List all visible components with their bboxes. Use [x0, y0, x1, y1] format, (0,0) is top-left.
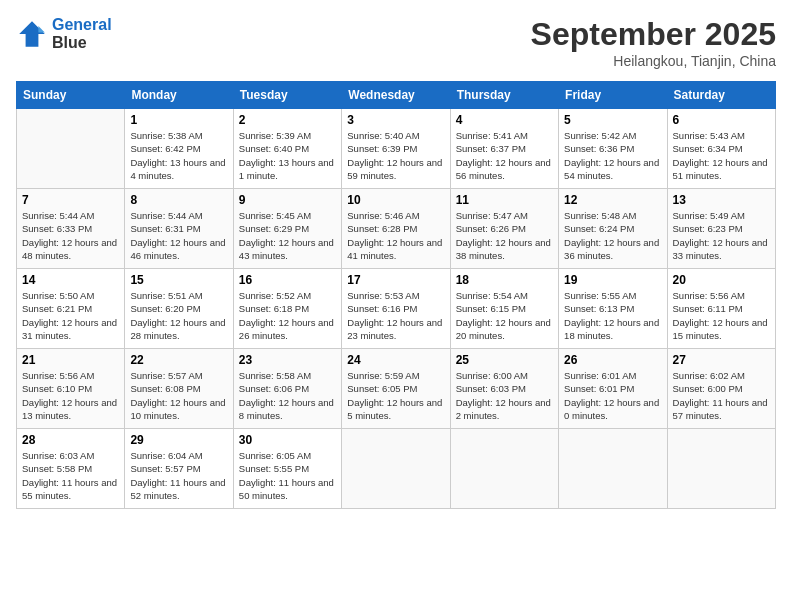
calendar-cell: 16Sunrise: 5:52 AMSunset: 6:18 PMDayligh…	[233, 269, 341, 349]
day-info: Sunrise: 5:54 AMSunset: 6:15 PMDaylight:…	[456, 289, 553, 342]
week-row-1: 1Sunrise: 5:38 AMSunset: 6:42 PMDaylight…	[17, 109, 776, 189]
day-info: Sunrise: 5:38 AMSunset: 6:42 PMDaylight:…	[130, 129, 227, 182]
weekday-friday: Friday	[559, 82, 667, 109]
day-info: Sunrise: 5:46 AMSunset: 6:28 PMDaylight:…	[347, 209, 444, 262]
day-number: 15	[130, 273, 227, 287]
calendar-cell: 22Sunrise: 5:57 AMSunset: 6:08 PMDayligh…	[125, 349, 233, 429]
day-info: Sunrise: 5:50 AMSunset: 6:21 PMDaylight:…	[22, 289, 119, 342]
calendar-cell: 25Sunrise: 6:00 AMSunset: 6:03 PMDayligh…	[450, 349, 558, 429]
day-number: 30	[239, 433, 336, 447]
week-row-2: 7Sunrise: 5:44 AMSunset: 6:33 PMDaylight…	[17, 189, 776, 269]
day-number: 8	[130, 193, 227, 207]
day-number: 7	[22, 193, 119, 207]
calendar-cell	[17, 109, 125, 189]
day-info: Sunrise: 6:04 AMSunset: 5:57 PMDaylight:…	[130, 449, 227, 502]
day-info: Sunrise: 5:44 AMSunset: 6:31 PMDaylight:…	[130, 209, 227, 262]
day-info: Sunrise: 5:56 AMSunset: 6:11 PMDaylight:…	[673, 289, 770, 342]
day-number: 17	[347, 273, 444, 287]
day-number: 24	[347, 353, 444, 367]
day-info: Sunrise: 6:02 AMSunset: 6:00 PMDaylight:…	[673, 369, 770, 422]
calendar-table: SundayMondayTuesdayWednesdayThursdayFrid…	[16, 81, 776, 509]
day-number: 18	[456, 273, 553, 287]
day-number: 16	[239, 273, 336, 287]
calendar-cell: 23Sunrise: 5:58 AMSunset: 6:06 PMDayligh…	[233, 349, 341, 429]
day-info: Sunrise: 5:42 AMSunset: 6:36 PMDaylight:…	[564, 129, 661, 182]
week-row-3: 14Sunrise: 5:50 AMSunset: 6:21 PMDayligh…	[17, 269, 776, 349]
day-number: 11	[456, 193, 553, 207]
calendar-cell: 4Sunrise: 5:41 AMSunset: 6:37 PMDaylight…	[450, 109, 558, 189]
svg-marker-1	[38, 26, 44, 32]
weekday-wednesday: Wednesday	[342, 82, 450, 109]
weekday-header-row: SundayMondayTuesdayWednesdayThursdayFrid…	[17, 82, 776, 109]
day-number: 20	[673, 273, 770, 287]
calendar-cell: 13Sunrise: 5:49 AMSunset: 6:23 PMDayligh…	[667, 189, 775, 269]
day-info: Sunrise: 5:39 AMSunset: 6:40 PMDaylight:…	[239, 129, 336, 182]
calendar-cell: 14Sunrise: 5:50 AMSunset: 6:21 PMDayligh…	[17, 269, 125, 349]
day-number: 14	[22, 273, 119, 287]
day-info: Sunrise: 5:48 AMSunset: 6:24 PMDaylight:…	[564, 209, 661, 262]
day-info: Sunrise: 5:41 AMSunset: 6:37 PMDaylight:…	[456, 129, 553, 182]
day-number: 2	[239, 113, 336, 127]
day-number: 23	[239, 353, 336, 367]
calendar-cell: 19Sunrise: 5:55 AMSunset: 6:13 PMDayligh…	[559, 269, 667, 349]
day-info: Sunrise: 6:05 AMSunset: 5:55 PMDaylight:…	[239, 449, 336, 502]
day-number: 22	[130, 353, 227, 367]
day-info: Sunrise: 5:49 AMSunset: 6:23 PMDaylight:…	[673, 209, 770, 262]
week-row-5: 28Sunrise: 6:03 AMSunset: 5:58 PMDayligh…	[17, 429, 776, 509]
day-info: Sunrise: 5:52 AMSunset: 6:18 PMDaylight:…	[239, 289, 336, 342]
day-number: 3	[347, 113, 444, 127]
day-number: 19	[564, 273, 661, 287]
day-info: Sunrise: 6:03 AMSunset: 5:58 PMDaylight:…	[22, 449, 119, 502]
logo: General Blue	[16, 16, 112, 52]
page-header: General Blue September 2025 Heilangkou, …	[16, 16, 776, 69]
calendar-cell: 20Sunrise: 5:56 AMSunset: 6:11 PMDayligh…	[667, 269, 775, 349]
day-number: 13	[673, 193, 770, 207]
calendar-cell: 21Sunrise: 5:56 AMSunset: 6:10 PMDayligh…	[17, 349, 125, 429]
calendar-cell: 24Sunrise: 5:59 AMSunset: 6:05 PMDayligh…	[342, 349, 450, 429]
location: Heilangkou, Tianjin, China	[531, 53, 776, 69]
day-number: 27	[673, 353, 770, 367]
calendar-cell: 15Sunrise: 5:51 AMSunset: 6:20 PMDayligh…	[125, 269, 233, 349]
calendar-cell	[559, 429, 667, 509]
logo-icon	[16, 18, 48, 50]
day-info: Sunrise: 5:59 AMSunset: 6:05 PMDaylight:…	[347, 369, 444, 422]
day-number: 6	[673, 113, 770, 127]
calendar-cell: 26Sunrise: 6:01 AMSunset: 6:01 PMDayligh…	[559, 349, 667, 429]
calendar-body: 1Sunrise: 5:38 AMSunset: 6:42 PMDaylight…	[17, 109, 776, 509]
title-block: September 2025 Heilangkou, Tianjin, Chin…	[531, 16, 776, 69]
calendar-cell: 10Sunrise: 5:46 AMSunset: 6:28 PMDayligh…	[342, 189, 450, 269]
month-title: September 2025	[531, 16, 776, 53]
day-info: Sunrise: 5:44 AMSunset: 6:33 PMDaylight:…	[22, 209, 119, 262]
calendar-cell: 17Sunrise: 5:53 AMSunset: 6:16 PMDayligh…	[342, 269, 450, 349]
day-info: Sunrise: 5:43 AMSunset: 6:34 PMDaylight:…	[673, 129, 770, 182]
day-number: 28	[22, 433, 119, 447]
day-number: 9	[239, 193, 336, 207]
calendar-cell: 8Sunrise: 5:44 AMSunset: 6:31 PMDaylight…	[125, 189, 233, 269]
day-number: 12	[564, 193, 661, 207]
calendar-cell: 1Sunrise: 5:38 AMSunset: 6:42 PMDaylight…	[125, 109, 233, 189]
week-row-4: 21Sunrise: 5:56 AMSunset: 6:10 PMDayligh…	[17, 349, 776, 429]
weekday-sunday: Sunday	[17, 82, 125, 109]
svg-marker-0	[19, 21, 45, 47]
day-number: 10	[347, 193, 444, 207]
day-number: 29	[130, 433, 227, 447]
day-info: Sunrise: 5:56 AMSunset: 6:10 PMDaylight:…	[22, 369, 119, 422]
calendar-cell: 29Sunrise: 6:04 AMSunset: 5:57 PMDayligh…	[125, 429, 233, 509]
calendar-cell: 6Sunrise: 5:43 AMSunset: 6:34 PMDaylight…	[667, 109, 775, 189]
weekday-thursday: Thursday	[450, 82, 558, 109]
day-info: Sunrise: 5:55 AMSunset: 6:13 PMDaylight:…	[564, 289, 661, 342]
day-info: Sunrise: 5:57 AMSunset: 6:08 PMDaylight:…	[130, 369, 227, 422]
calendar-cell: 30Sunrise: 6:05 AMSunset: 5:55 PMDayligh…	[233, 429, 341, 509]
calendar-cell: 5Sunrise: 5:42 AMSunset: 6:36 PMDaylight…	[559, 109, 667, 189]
weekday-monday: Monday	[125, 82, 233, 109]
day-info: Sunrise: 6:00 AMSunset: 6:03 PMDaylight:…	[456, 369, 553, 422]
calendar-cell: 27Sunrise: 6:02 AMSunset: 6:00 PMDayligh…	[667, 349, 775, 429]
calendar-cell	[667, 429, 775, 509]
day-number: 4	[456, 113, 553, 127]
day-info: Sunrise: 5:58 AMSunset: 6:06 PMDaylight:…	[239, 369, 336, 422]
calendar-cell: 11Sunrise: 5:47 AMSunset: 6:26 PMDayligh…	[450, 189, 558, 269]
day-info: Sunrise: 6:01 AMSunset: 6:01 PMDaylight:…	[564, 369, 661, 422]
weekday-saturday: Saturday	[667, 82, 775, 109]
day-info: Sunrise: 5:45 AMSunset: 6:29 PMDaylight:…	[239, 209, 336, 262]
day-number: 26	[564, 353, 661, 367]
